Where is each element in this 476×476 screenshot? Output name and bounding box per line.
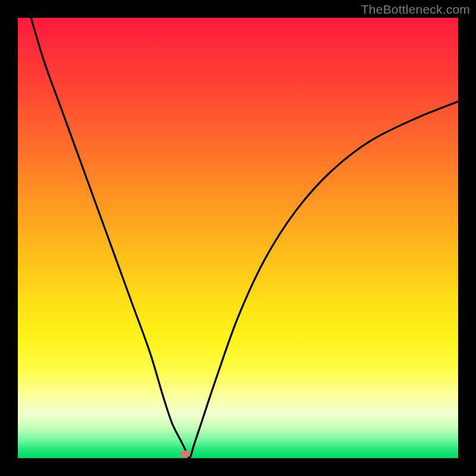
curve-layer	[18, 18, 458, 458]
minimum-marker	[180, 450, 190, 458]
outer-frame: TheBottleneck.com	[0, 0, 476, 476]
watermark-text: TheBottleneck.com	[361, 2, 470, 17]
plot-area	[18, 18, 458, 458]
bottleneck-curve-path	[31, 18, 458, 458]
